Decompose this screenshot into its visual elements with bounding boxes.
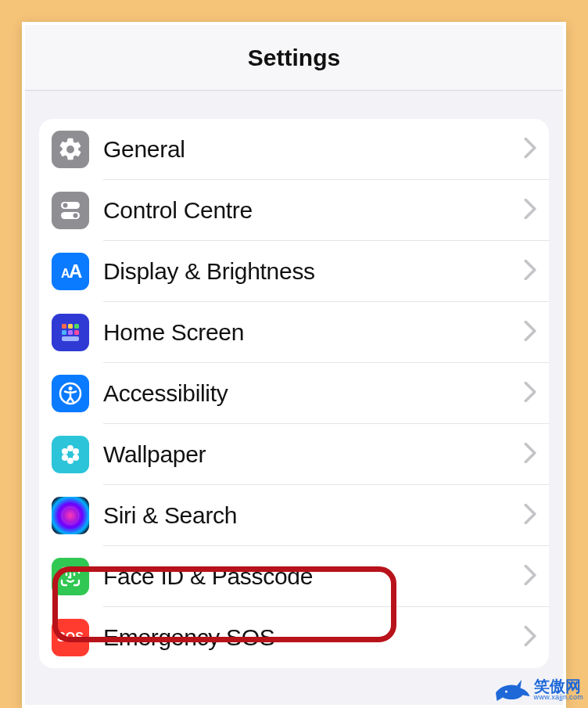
row-label: Home Screen — [103, 319, 524, 346]
row-label: Display & Brightness — [103, 258, 524, 285]
chevron-right-icon — [524, 382, 536, 405]
svg-point-18 — [67, 458, 74, 464]
sos-icon: SOS — [52, 619, 89, 656]
row-label: Siri & Search — [103, 502, 524, 529]
svg-rect-6 — [62, 324, 66, 329]
svg-point-22 — [62, 507, 79, 524]
svg-rect-8 — [74, 324, 79, 329]
chevron-right-icon — [524, 443, 536, 466]
svg-point-1 — [63, 203, 68, 208]
settings-row-home-screen[interactable]: Home Screen — [39, 302, 549, 363]
row-label: Face ID & Passcode — [103, 563, 524, 590]
accessibility-icon — [52, 375, 89, 412]
chevron-right-icon — [524, 260, 536, 283]
chevron-right-icon — [524, 199, 536, 222]
settings-row-control-centre[interactable]: Control Centre — [39, 180, 549, 241]
svg-text:SOS: SOS — [57, 631, 84, 644]
row-label: Emergency SOS — [103, 624, 524, 651]
row-label: Accessibility — [103, 380, 524, 407]
flower-icon — [52, 436, 89, 473]
settings-row-face-id[interactable]: Face ID & Passcode — [39, 546, 549, 607]
svg-point-15 — [67, 445, 74, 451]
svg-point-21 — [68, 452, 73, 457]
settings-row-general[interactable]: General — [39, 119, 549, 180]
svg-point-17 — [73, 455, 79, 461]
settings-row-emergency-sos[interactable]: SOS Emergency SOS — [39, 607, 549, 668]
svg-rect-12 — [62, 336, 79, 341]
chevron-right-icon — [524, 138, 536, 161]
settings-row-siri[interactable]: Siri & Search — [39, 485, 549, 546]
svg-point-3 — [74, 214, 78, 218]
svg-point-16 — [73, 448, 79, 455]
svg-point-20 — [62, 448, 68, 455]
page-title: Settings — [248, 45, 340, 71]
row-label: General — [103, 136, 524, 163]
row-label: Wallpaper — [103, 441, 524, 468]
chevron-right-icon — [524, 565, 536, 588]
row-label: Control Centre — [103, 197, 524, 224]
watermark: 笑傲网 www.xajjn.com — [493, 675, 583, 703]
shark-icon — [493, 675, 531, 703]
settings-list: General Control Centre — [39, 119, 549, 668]
header-bar: Settings — [25, 25, 563, 91]
svg-rect-7 — [68, 324, 73, 329]
svg-point-19 — [62, 455, 68, 461]
settings-card: Settings General — [22, 22, 566, 708]
chevron-right-icon — [524, 504, 536, 527]
toggles-icon — [52, 192, 89, 229]
settings-row-display[interactable]: A A Display & Brightness — [39, 241, 549, 302]
text-size-icon: A A — [52, 253, 89, 290]
chevron-right-icon — [524, 626, 536, 649]
svg-rect-11 — [74, 330, 79, 335]
svg-rect-10 — [68, 330, 73, 335]
svg-point-24 — [505, 691, 507, 693]
settings-row-wallpaper[interactable]: Wallpaper — [39, 424, 549, 485]
siri-icon — [52, 497, 89, 534]
watermark-sub: www.xajjn.com — [534, 694, 583, 701]
svg-point-14 — [69, 386, 73, 390]
watermark-main: 笑傲网 — [534, 678, 583, 694]
app-grid-icon — [52, 314, 89, 351]
chevron-right-icon — [524, 321, 536, 344]
svg-text:A: A — [69, 261, 82, 282]
settings-row-accessibility[interactable]: Accessibility — [39, 363, 549, 424]
svg-rect-9 — [62, 330, 66, 335]
face-id-icon — [52, 558, 89, 595]
gear-icon — [52, 131, 89, 168]
